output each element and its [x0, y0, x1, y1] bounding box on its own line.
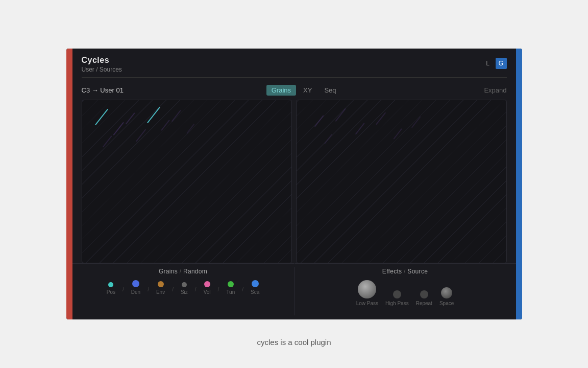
- knob-siz-dot[interactable]: [182, 282, 187, 287]
- plugin-window: Cycles User / Sources L G C3 → User 01 G…: [66, 49, 522, 319]
- app-title: Cycles: [82, 56, 122, 65]
- effects-label: Effects / Source: [382, 268, 428, 275]
- grain-line-2: [146, 107, 160, 124]
- knob-den: Den: [131, 280, 140, 295]
- knob-high-pass-label: High Pass: [385, 301, 409, 306]
- header: Cycles User / Sources L G: [72, 49, 516, 77]
- knob-env: Env: [156, 281, 165, 295]
- grain-line-dim-1: [113, 122, 124, 135]
- header-buttons: L G: [482, 58, 507, 69]
- grid-panel-left[interactable]: [82, 100, 292, 263]
- tab-seq[interactable]: Seq: [319, 85, 341, 96]
- knob-tun: Tun: [226, 281, 235, 295]
- bottom-section: Grains / Random Pos / Den: [72, 263, 516, 319]
- knob-env-dot[interactable]: [158, 281, 164, 287]
- grain-line-dim-2: [125, 112, 134, 124]
- grain-line-dim-3: [136, 129, 146, 142]
- grains-knobs-row: Pos / Den / Env /: [107, 280, 259, 295]
- knob-low-pass-dot[interactable]: [358, 280, 376, 298]
- patch-label: C3 → User 01: [82, 86, 124, 94]
- knob-tun-label: Tun: [226, 289, 235, 295]
- effects-knobs-row: Low Pass High Pass Repeat: [356, 280, 454, 306]
- grains-label: Grains / Random: [159, 268, 207, 275]
- grain-line-right-3: [355, 123, 364, 134]
- sep4: /: [195, 287, 197, 293]
- tabs-row: C3 → User 01 Grains XY Seq Expand: [72, 78, 516, 100]
- knob-repeat-label: Repeat: [416, 301, 432, 306]
- knob-space: Space: [439, 287, 454, 306]
- grain-line-right-7: [411, 116, 421, 128]
- knob-low-pass-label: Low Pass: [356, 301, 378, 306]
- knob-high-pass: High Pass: [385, 290, 409, 306]
- grain-line-right-5: [393, 128, 402, 139]
- knob-high-pass-dot[interactable]: [393, 290, 401, 298]
- knob-low-pass: Low Pass: [356, 280, 378, 306]
- knob-sca-label: Sca: [251, 289, 259, 295]
- l-button[interactable]: L: [482, 58, 494, 69]
- tab-grains[interactable]: Grains: [266, 85, 296, 96]
- knob-siz-label: Siz: [181, 289, 188, 295]
- g-button[interactable]: G: [496, 58, 507, 69]
- grain-line-dim-5: [102, 135, 111, 147]
- knob-den-label: Den: [131, 289, 140, 295]
- knob-space-dot[interactable]: [441, 287, 452, 298]
- grid-area: [82, 100, 507, 263]
- grain-line-right-2: [335, 108, 346, 122]
- sep2: /: [148, 287, 149, 293]
- grain-line-right-6: [324, 134, 332, 144]
- knob-pos-label: Pos: [107, 289, 115, 295]
- knob-repeat-dot[interactable]: [420, 290, 428, 298]
- knob-env-label: Env: [156, 289, 165, 295]
- grain-line-dim-7: [186, 124, 194, 134]
- grain-line-right-1: [314, 115, 324, 127]
- grain-line-right-4: [376, 112, 386, 125]
- sep5: /: [218, 287, 219, 293]
- knob-vol-dot[interactable]: [204, 281, 210, 287]
- grain-line-dim-6: [171, 110, 180, 122]
- tab-xy[interactable]: XY: [298, 85, 317, 96]
- grain-line-dim-4: [161, 120, 169, 130]
- knob-pos-dot[interactable]: [108, 282, 113, 287]
- knob-sca: Sca: [251, 280, 259, 295]
- tabs-container: Grains XY Seq: [266, 85, 341, 96]
- caption-text: cycles is a cool plugin: [0, 338, 588, 347]
- header-title: Cycles User / Sources: [82, 56, 122, 73]
- knob-den-dot[interactable]: [132, 280, 139, 287]
- app-subtitle: User / Sources: [82, 66, 122, 73]
- sep3: /: [172, 287, 174, 293]
- right-accent-bar: [516, 49, 522, 319]
- knob-pos: Pos: [107, 282, 115, 295]
- knob-tun-dot[interactable]: [228, 281, 234, 287]
- effects-panel: Effects / Source Low Pass High Pass: [295, 263, 516, 319]
- sep1: /: [122, 287, 124, 293]
- knob-siz: Siz: [181, 282, 188, 295]
- left-accent-bar: [66, 49, 72, 319]
- knob-vol-label: Vol: [204, 289, 211, 295]
- knob-sca-dot[interactable]: [252, 280, 259, 287]
- grain-line-1: [94, 109, 108, 126]
- knob-repeat: Repeat: [416, 290, 432, 306]
- knob-space-label: Space: [439, 301, 454, 306]
- grains-panel: Grains / Random Pos / Den: [72, 263, 294, 319]
- expand-button[interactable]: Expand: [484, 86, 506, 94]
- grid-panel-right[interactable]: [296, 100, 507, 263]
- sep6: /: [242, 287, 243, 293]
- knob-vol: Vol: [204, 281, 211, 295]
